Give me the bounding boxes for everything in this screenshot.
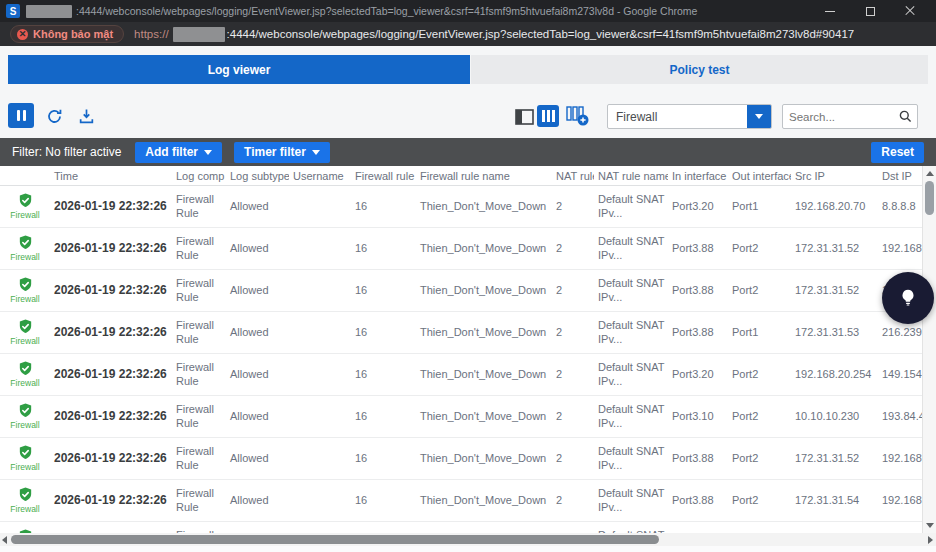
close-button[interactable] bbox=[890, 0, 930, 22]
firewall-shield-icon bbox=[17, 486, 34, 503]
cell-firewall-rule-name: Thien_Don't_Move_Down bbox=[416, 200, 552, 214]
horizontal-scrollbar-thumb[interactable] bbox=[11, 535, 659, 544]
column-header[interactable]: Log subtype bbox=[226, 170, 289, 182]
cell-firewall-rule: 16 bbox=[351, 200, 416, 214]
tab-policy-test[interactable]: Policy test bbox=[471, 55, 928, 84]
horizontal-scrollbar[interactable] bbox=[0, 533, 936, 546]
add-filter-button[interactable]: Add filter bbox=[135, 142, 222, 163]
cell-badge: Firewall bbox=[0, 276, 50, 305]
column-header[interactable]: Username bbox=[289, 170, 351, 182]
cell-badge: Firewall bbox=[0, 318, 50, 347]
cell-dst-ip: 8.8.8.8 bbox=[878, 200, 922, 214]
filter-bar: Filter: No filter active Add filter Time… bbox=[0, 138, 936, 166]
column-header[interactable]: Out interface bbox=[728, 170, 791, 182]
cell-log-subtype: Allowed bbox=[226, 452, 289, 466]
table-row[interactable]: Firewall2026-01-19 22:32:26Firewall Rule… bbox=[0, 396, 922, 438]
cell-nat-rule-name: Default SNAT IPv... bbox=[594, 403, 668, 431]
firewall-shield-icon bbox=[17, 360, 34, 377]
column-header[interactable]: In interface bbox=[668, 170, 728, 182]
column-header[interactable]: NAT rule name bbox=[594, 170, 668, 182]
assistant-button[interactable] bbox=[882, 272, 934, 324]
cell-log-subtype: Allowed bbox=[226, 368, 289, 382]
cell-in-interface: Port3.88 bbox=[668, 326, 728, 340]
cell-time: 2026-01-19 22:32:26 bbox=[50, 283, 172, 298]
cell-time: 2026-01-19 22:32:26 bbox=[50, 241, 172, 256]
pause-button[interactable] bbox=[8, 103, 34, 128]
cell-nat-rule-name: Default SNAT IPv... bbox=[594, 319, 668, 347]
cell-dst-ip: 149.154. bbox=[878, 368, 922, 382]
table-row[interactable]: Firewall2026-01-19 22:32:26Firewall Rule… bbox=[0, 270, 922, 312]
cell-log-subtype: Allowed bbox=[226, 284, 289, 298]
column-header[interactable]: NAT rule bbox=[552, 170, 594, 182]
cell-time: 2026-01-19 22:32:26 bbox=[50, 493, 172, 508]
column-header[interactable]: Log comp bbox=[172, 170, 226, 182]
cell-in-interface: Port3.10 bbox=[668, 410, 728, 424]
table-row[interactable]: Firewall2026-01-19 22:32:26Firewall Rule… bbox=[0, 228, 922, 270]
window-titlebar: S :4444/webconsole/webpages/logging/Even… bbox=[0, 0, 936, 22]
cell-firewall-rule: 16 bbox=[351, 368, 416, 382]
search-icon bbox=[899, 110, 912, 123]
firewall-badge-label: Firewall bbox=[10, 462, 39, 473]
cell-dst-ip: 192.168. bbox=[878, 494, 922, 508]
firewall-badge-label: Firewall bbox=[10, 252, 39, 263]
cell-log-comp: Firewall Rule bbox=[172, 277, 226, 305]
lightbulb-icon bbox=[897, 287, 919, 309]
tab-log-viewer[interactable]: Log viewer bbox=[8, 55, 470, 84]
close-icon bbox=[905, 6, 915, 16]
table-row[interactable]: Firewall2026-01-19 22:32:26Firewall Rule… bbox=[0, 480, 922, 522]
cell-in-interface: Port3.20 bbox=[668, 368, 728, 382]
cell-src-ip: 172.31.31.53 bbox=[791, 326, 878, 340]
cell-firewall-rule: 16 bbox=[351, 326, 416, 340]
cell-badge: Firewall bbox=[0, 402, 50, 431]
firewall-shield-icon bbox=[17, 444, 34, 461]
column-header[interactable]: Dst IP bbox=[878, 170, 922, 182]
detail-view-button[interactable] bbox=[514, 108, 534, 125]
add-column-button[interactable] bbox=[566, 106, 590, 127]
export-button[interactable] bbox=[76, 106, 96, 126]
reset-button[interactable]: Reset bbox=[871, 142, 924, 163]
cell-firewall-rule-name: Thien_Don't_Move_Down bbox=[416, 326, 552, 340]
cell-src-ip: 10.10.10.230 bbox=[791, 410, 878, 424]
address-bar[interactable]: ✕ Không bảo mật https:// :4444/webconsol… bbox=[0, 22, 936, 46]
cell-nat-rule-name: Default SNAT IPv... bbox=[594, 445, 668, 473]
maximize-button[interactable] bbox=[850, 0, 890, 22]
security-warning-text: Không bảo mật bbox=[33, 28, 113, 40]
firewall-badge-label: Firewall bbox=[10, 294, 39, 305]
cell-badge: Firewall bbox=[0, 192, 50, 221]
cell-time: 2026-01-19 22:32:26 bbox=[50, 409, 172, 424]
table-row[interactable]: Firewall2026-01-19 22:32:26Firewall Rule… bbox=[0, 312, 922, 354]
minimize-button[interactable] bbox=[810, 0, 850, 22]
scroll-down-icon[interactable] bbox=[926, 523, 934, 528]
column-header[interactable]: Firewall rule bbox=[351, 170, 416, 182]
column-header[interactable]: Src IP bbox=[791, 170, 878, 182]
column-view-button[interactable] bbox=[537, 105, 559, 127]
cell-in-interface: Port3.88 bbox=[668, 284, 728, 298]
horizontal-scrollbar-track[interactable] bbox=[7, 533, 928, 546]
column-header[interactable]: Firewall rule name bbox=[416, 170, 552, 182]
redacted-ip-box bbox=[173, 27, 225, 42]
scroll-up-icon[interactable] bbox=[926, 171, 934, 176]
cell-src-ip: 192.168.20.254 bbox=[791, 368, 878, 382]
column-header[interactable]: Time bbox=[50, 170, 172, 182]
cell-firewall-rule-name: Thien_Don't_Move_Down bbox=[416, 410, 552, 424]
timer-filter-button[interactable]: Timer filter bbox=[234, 142, 330, 163]
table-row[interactable]: Firewall2026-01-19 22:32:26Firewall Rule… bbox=[0, 186, 922, 228]
cell-dst-ip: 193.84.4 bbox=[878, 410, 922, 424]
module-dropdown[interactable]: Firewall bbox=[607, 104, 772, 129]
dropdown-arrow-button[interactable] bbox=[747, 105, 771, 128]
table-row[interactable]: Firewall2026-01-19 22:32:26Firewall Rule… bbox=[0, 438, 922, 480]
search-input[interactable] bbox=[783, 111, 893, 123]
window-controls bbox=[810, 0, 930, 22]
security-badge[interactable]: ✕ Không bảo mật bbox=[10, 25, 124, 43]
log-toolbar: Firewall bbox=[0, 100, 936, 134]
table-row[interactable]: Firewall2026-01-19 22:32:26Firewall Rule… bbox=[0, 354, 922, 396]
cell-log-comp: Firewall Rule bbox=[172, 235, 226, 263]
scroll-right-icon[interactable] bbox=[928, 536, 933, 544]
vertical-scrollbar[interactable] bbox=[922, 166, 936, 533]
filter-status-text: Filter: No filter active bbox=[12, 145, 121, 159]
refresh-button[interactable] bbox=[44, 106, 64, 126]
search-button[interactable] bbox=[893, 110, 917, 123]
cell-out-interface: Port2 bbox=[728, 284, 791, 298]
vertical-scrollbar-thumb[interactable] bbox=[925, 181, 934, 215]
browser-window: S :4444/webconsole/webpages/logging/Even… bbox=[0, 0, 936, 552]
